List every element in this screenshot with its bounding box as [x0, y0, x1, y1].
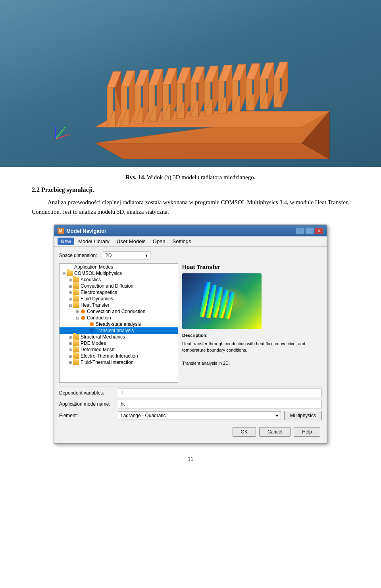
cancel-button[interactable]: Cancel	[259, 427, 291, 437]
dialog-content: Space dimension: 2D ▾ Application Modes	[54, 247, 327, 443]
tab-model-library[interactable]: Model Library	[75, 238, 113, 245]
description-text: Heat transfer through conduction with he…	[182, 340, 322, 354]
tree-expand-icon: ⊟	[75, 316, 80, 320]
dependent-variables-label: Dependent variables:	[59, 390, 115, 396]
tree-item-transient[interactable]: Transient analysis	[60, 327, 178, 334]
tree-item-heat-transfer[interactable]: ⊟ Heat Transfer	[60, 302, 178, 308]
tree-item-structural[interactable]: ⊞ Structural Mechanics	[60, 334, 178, 340]
ht-title: Heat Transfer	[182, 263, 322, 270]
tree-item-comsol[interactable]: ⊟ COMSOL Multiphysics	[60, 270, 178, 277]
app-icon: M	[58, 228, 64, 234]
description-box: Description: Heat transfer through condu…	[182, 332, 322, 367]
tree-item-conv-cond[interactable]: ⊞ Convection and Conduction	[60, 308, 178, 315]
right-panel: Heat Transfer	[182, 263, 322, 383]
app-mode-name-row: Application mode name:	[59, 400, 322, 408]
maximize-button[interactable]: □	[305, 227, 314, 234]
tree-expand-icon: ⊟	[61, 271, 67, 276]
ht-visualization	[182, 273, 262, 329]
space-dimension-label: Space dimension:	[59, 253, 99, 258]
folder-icon	[73, 290, 79, 295]
folder-icon	[73, 296, 79, 302]
tree-expand-icon: ⊞	[67, 290, 73, 295]
tree-item-deformed-mesh[interactable]: ⊞ Deformed Mesh	[60, 346, 178, 353]
dot-icon	[90, 322, 94, 326]
folder-icon	[73, 340, 79, 346]
tree-item-fluid-thermal[interactable]: ⊞ Fluid-Thermal Interaction	[60, 359, 178, 366]
hero-image: x y z	[0, 0, 381, 167]
folder-icon	[73, 334, 79, 340]
chevron-down-icon: ▾	[145, 253, 148, 258]
body-paragraph-1: Analiza przewodności cieplnej radiatora …	[32, 197, 349, 217]
svg-text:y: y	[64, 125, 66, 130]
element-row: Element: Lagrange - Quadratic ▾ Multiphy…	[59, 411, 322, 420]
svg-text:x: x	[68, 132, 71, 137]
tree-expand-icon: ⊞	[67, 297, 73, 301]
model-navigator-dialog: M Model Navigator ─ □ ✕ New Model Librar…	[54, 224, 327, 444]
space-dimension-select[interactable]: 2D ▾	[103, 251, 150, 259]
description-title: Description:	[182, 332, 322, 339]
app-mode-name-label: Application mode name:	[59, 401, 115, 407]
folder-icon	[67, 271, 73, 276]
heatsink-model: x y z	[0, 0, 381, 167]
title-controls: ─ □ ✕	[296, 227, 323, 234]
tree-item-electromagnetics[interactable]: ⊞ Electromagnetics	[60, 289, 178, 296]
tree-expand-icon: ⊞	[67, 360, 73, 365]
menu-bar: New Model Library User Models Open Setti…	[54, 236, 327, 247]
tree-expand-icon: ⊞	[67, 335, 73, 339]
tree-item-conv-diff[interactable]: ⊞ Convection and Diffusion	[60, 283, 178, 289]
element-select[interactable]: Lagrange - Quadratic ▾	[118, 411, 281, 420]
title-bar: M Model Navigator ─ □ ✕	[54, 225, 327, 236]
tab-open[interactable]: Open	[150, 238, 169, 245]
dot-icon	[81, 309, 85, 313]
tab-new[interactable]: New	[58, 238, 74, 245]
app-mode-name-input[interactable]	[118, 400, 322, 408]
tree-expand-icon: ⊞	[67, 278, 73, 282]
tree-expand-icon: ⊞	[75, 309, 80, 314]
tree-item-conduction[interactable]: ⊟ Conduction	[60, 315, 178, 321]
tree-item-steady-state[interactable]: Steady-state analysis	[60, 321, 178, 327]
folder-icon	[73, 302, 79, 308]
space-dimension-row: Space dimension: 2D ▾	[59, 251, 322, 259]
page-number: 11	[0, 456, 381, 462]
folder-icon	[73, 283, 79, 289]
ht-svg	[190, 277, 254, 325]
dot-icon	[81, 316, 85, 320]
tree-expand-icon: ⊞	[67, 354, 73, 358]
tree-item-electro-thermal[interactable]: ⊞ Electro-Thermal Interaction	[60, 353, 178, 359]
dialog-wrapper: M Model Navigator ─ □ ✕ New Model Librar…	[32, 224, 349, 444]
ok-button[interactable]: OK	[233, 427, 256, 437]
tab-settings[interactable]: Settings	[169, 238, 194, 245]
tree-item-acoustics[interactable]: ⊞ Acoustics	[60, 277, 178, 283]
chevron-down-icon: ▾	[276, 413, 278, 418]
svg-marker-0	[95, 143, 329, 159]
dependent-variables-input[interactable]	[118, 389, 322, 397]
tree-expand-icon: ⊞	[67, 341, 73, 346]
close-button[interactable]: ✕	[315, 227, 323, 234]
folder-icon	[73, 347, 79, 352]
dependent-variables-row: Dependent variables:	[59, 389, 322, 397]
figure-caption: Rys. 14. Widok (b) 3D modelu radiatora m…	[32, 174, 349, 181]
multiphysics-button[interactable]: Multiphysics	[284, 411, 322, 420]
tree-panel[interactable]: Application Modes ⊟ COMSOL Multiphysics …	[59, 263, 178, 383]
title-bar-left: M Model Navigator	[58, 228, 106, 234]
section-heading: 2.2 Przebieg symulacji.	[32, 186, 349, 193]
folder-icon	[73, 353, 79, 359]
tree-expand-icon: ⊞	[67, 284, 73, 288]
folder-icon	[67, 264, 73, 270]
svg-text:z: z	[52, 122, 54, 127]
tree-item-pde[interactable]: ⊞ PDE Modes	[60, 340, 178, 346]
folder-icon	[73, 277, 79, 282]
tree-expand-icon: ⊟	[67, 303, 73, 308]
tab-user-models[interactable]: User Models	[114, 238, 149, 245]
help-button[interactable]: Help	[294, 427, 320, 437]
tree-expand-icon: ⊞	[67, 348, 73, 352]
tree-item-application-modes[interactable]: Application Modes	[60, 264, 178, 270]
minimize-button[interactable]: ─	[296, 227, 304, 234]
dot-icon	[90, 329, 94, 333]
element-label: Element:	[59, 413, 115, 418]
tree-item-fluid-dynamics[interactable]: ⊞ Fluid Dynamics	[60, 296, 178, 302]
transient-note: Transient analysis in 2D.	[182, 360, 322, 367]
folder-icon	[73, 360, 79, 365]
action-buttons-row: OK Cancel Help	[59, 425, 322, 438]
dialog-main: Application Modes ⊟ COMSOL Multiphysics …	[59, 263, 322, 383]
